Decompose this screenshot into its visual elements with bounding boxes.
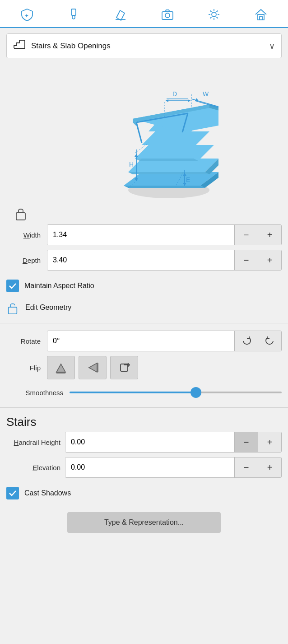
lock-open-icon — [6, 301, 19, 314]
svg-marker-62 — [56, 364, 65, 372]
transform-controls: Rotate Flip — [0, 326, 288, 399]
toolbar-icon-camera[interactable] — [158, 5, 177, 24]
dropdown-header[interactable]: Stairs & Slab Openings ∨ — [6, 33, 282, 58]
handrail-height-input[interactable] — [65, 432, 234, 452]
svg-text:E: E — [186, 176, 190, 183]
toolbar: ✦ — [0, 0, 288, 28]
flip-both-btn[interactable] — [110, 356, 138, 379]
handrail-height-input-group: − + — [65, 432, 282, 453]
width-minus-btn[interactable]: − — [234, 225, 258, 245]
elevation-input-group: − + — [65, 457, 282, 478]
svg-rect-60 — [16, 213, 25, 220]
rotate-ccw-btn[interactable] — [258, 331, 281, 351]
divider-1 — [0, 323, 288, 323]
svg-marker-25 — [135, 159, 198, 161]
svg-marker-19 — [124, 186, 205, 188]
edit-geometry-label: Edit Geometry — [25, 303, 71, 312]
flip-label: Flip — [6, 364, 47, 372]
smoothness-slider-wrap — [70, 386, 282, 399]
maintain-aspect-ratio-row[interactable]: Maintain Aspect Ratio — [0, 275, 288, 297]
rotate-row: Rotate — [6, 331, 282, 351]
smoothness-label: Smoothness — [6, 389, 70, 397]
svg-rect-2 — [72, 15, 75, 19]
handrail-height-label: Handrail Height — [6, 439, 65, 446]
depth-minus-btn[interactable]: − — [234, 250, 258, 270]
width-row: Width − + — [6, 224, 282, 245]
type-representation-button[interactable]: Type & Representation... — [67, 512, 221, 533]
elevation-minus-btn[interactable]: − — [234, 457, 258, 477]
depth-row: Depth − + — [6, 250, 282, 271]
toolbar-icon-shield[interactable]: ✦ — [17, 5, 37, 24]
svg-text:W: W — [203, 90, 209, 98]
depth-plus-btn[interactable]: + — [258, 250, 281, 270]
svg-rect-15 — [258, 14, 264, 20]
lock-row — [6, 204, 282, 224]
flip-horizontal-btn[interactable] — [79, 356, 107, 379]
elevation-input[interactable] — [65, 457, 234, 477]
width-input[interactable] — [47, 225, 234, 245]
rotate-input-group — [47, 331, 282, 351]
flip-buttons-group — [47, 356, 138, 379]
elevation-row: Elevation − + — [6, 457, 282, 478]
stairs-controls: Handrail Height − + Elevation − + — [0, 432, 288, 478]
svg-line-11 — [210, 11, 212, 12]
elevation-plus-btn[interactable]: + — [258, 457, 281, 477]
stairs-icon — [13, 38, 26, 53]
svg-text:✦: ✦ — [24, 13, 29, 19]
svg-marker-64 — [89, 363, 97, 372]
svg-marker-22 — [128, 172, 209, 174]
lock-icon[interactable] — [13, 205, 29, 222]
elevation-label: Elevation — [6, 464, 65, 471]
svg-marker-24 — [135, 145, 214, 159]
flip-row: Flip — [6, 356, 282, 379]
maintain-aspect-ratio-label: Maintain Aspect Ratio — [24, 282, 94, 290]
svg-text:D: D — [172, 90, 177, 98]
svg-line-32 — [136, 122, 142, 143]
depth-input[interactable] — [47, 250, 234, 270]
width-input-group: − + — [47, 224, 282, 245]
cast-shadows-row[interactable]: Cast Shadows — [0, 482, 288, 504]
svg-point-6 — [212, 12, 216, 17]
svg-line-13 — [217, 11, 218, 12]
svg-text:H: H — [129, 161, 134, 168]
svg-rect-16 — [260, 17, 262, 20]
depth-input-group: − + — [47, 250, 282, 271]
stairs-section-title: Stairs — [0, 411, 288, 432]
svg-rect-1 — [71, 9, 76, 15]
chevron-down-icon: ∨ — [269, 41, 275, 51]
rotate-cw-btn[interactable] — [234, 331, 258, 351]
dropdown-label: Stairs & Slab Openings — [31, 42, 269, 51]
controls-section: Width − + Depth − + — [0, 204, 288, 271]
rotate-input[interactable] — [47, 331, 234, 351]
toolbar-icon-brush[interactable] — [64, 5, 84, 24]
maintain-aspect-ratio-checkbox[interactable] — [6, 280, 19, 292]
svg-rect-61 — [9, 307, 17, 314]
depth-label: Depth — [6, 257, 47, 264]
svg-marker-26 — [142, 131, 209, 145]
toolbar-icon-sun[interactable] — [204, 5, 224, 24]
handrail-minus-btn[interactable]: − — [234, 432, 258, 452]
svg-line-14 — [210, 17, 212, 19]
rotate-label: Rotate — [6, 337, 47, 345]
width-label: Width — [6, 231, 47, 239]
smoothness-row: Smoothness — [6, 386, 282, 399]
svg-marker-52 — [135, 154, 138, 157]
width-plus-btn[interactable]: + — [258, 225, 281, 245]
svg-point-5 — [165, 13, 170, 18]
svg-marker-47 — [188, 99, 190, 102]
toolbar-icon-house[interactable] — [251, 5, 271, 24]
svg-marker-46 — [166, 99, 168, 102]
divider-2 — [0, 407, 288, 408]
edit-geometry-row[interactable]: Edit Geometry — [0, 297, 288, 320]
toolbar-icon-eraser[interactable] — [111, 5, 130, 24]
flip-vertical-btn[interactable] — [47, 356, 75, 379]
handrail-height-row: Handrail Height − + — [6, 432, 282, 453]
svg-line-12 — [217, 17, 218, 19]
smoothness-slider[interactable] — [70, 392, 282, 393]
cast-shadows-checkbox[interactable] — [6, 487, 19, 499]
handrail-plus-btn[interactable]: + — [258, 432, 281, 452]
stair-illustration: D W H E — [0, 64, 288, 204]
cast-shadows-label: Cast Shadows — [24, 489, 71, 497]
svg-marker-49 — [195, 98, 198, 101]
